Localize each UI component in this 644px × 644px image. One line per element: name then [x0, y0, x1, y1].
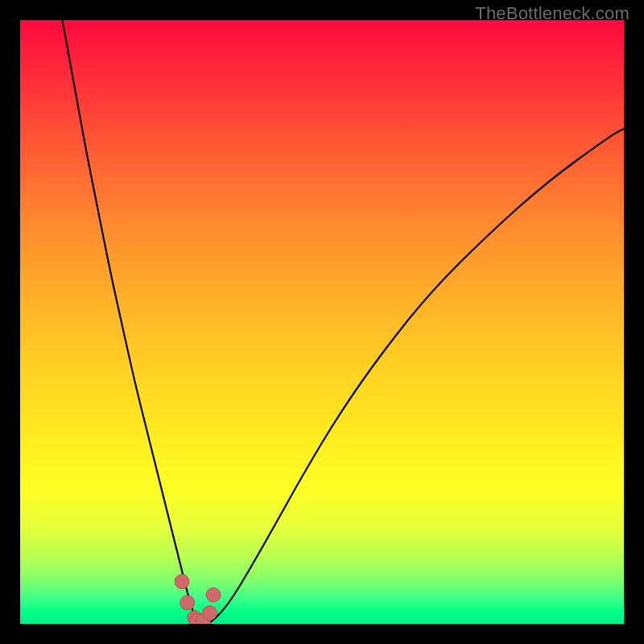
- chart-plot-area: [20, 20, 624, 624]
- marker-dot: [206, 588, 221, 602]
- marker-dot: [203, 606, 217, 621]
- marker-layer: [20, 20, 624, 624]
- marker-dot: [175, 575, 189, 589]
- watermark-text: TheBottleneck.com: [475, 3, 630, 24]
- marker-dot: [180, 596, 195, 610]
